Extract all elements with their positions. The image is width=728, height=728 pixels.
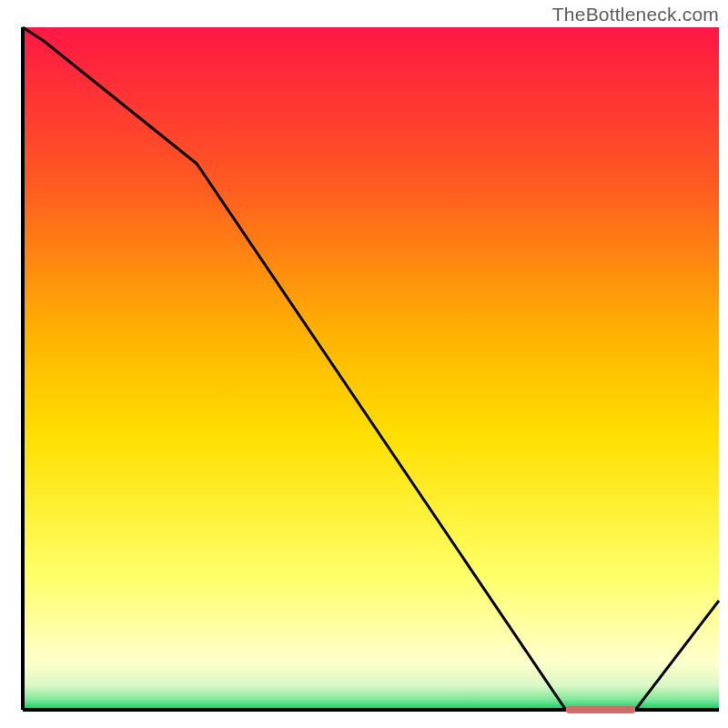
chart-container: TheBottleneck.com [0, 0, 728, 728]
optimal-range-marker [566, 706, 636, 713]
bottleneck-chart [0, 0, 728, 728]
chart-background [23, 27, 719, 710]
